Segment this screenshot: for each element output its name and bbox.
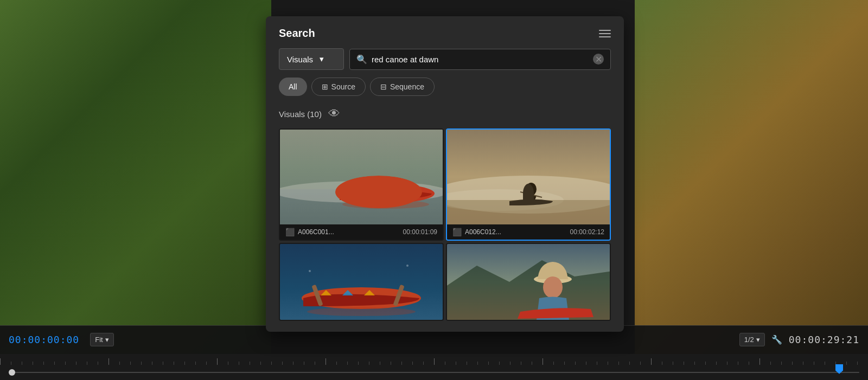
panel-header: Search: [279, 27, 611, 40]
bottom-bar: 00:00:00:00 Fit ▾ 1/2 ▾ 🔧 00:00:29:21 //…: [0, 325, 868, 380]
background-left: [0, 0, 271, 380]
source-icon: ⊞: [322, 82, 328, 91]
tick-mark: [705, 362, 716, 365]
thumbnail-footer: ⬛ A006C001... 00:00:01:09: [280, 224, 443, 240]
tick-mark: [770, 362, 781, 365]
thumbnail-item[interactable]: [446, 243, 611, 321]
tick-mark: [33, 362, 43, 365]
filter-all-button[interactable]: All: [279, 78, 307, 96]
tick-mark: [423, 362, 434, 365]
tick-mark: [716, 362, 727, 365]
tick-mark: [662, 362, 673, 365]
tick-mark: [11, 362, 22, 365]
tick-mark: [445, 362, 456, 365]
tick-mark: [542, 358, 553, 365]
tick-mark: [239, 362, 250, 365]
fit-dropdown[interactable]: Fit ▾: [90, 333, 113, 346]
tick-mark: [564, 362, 575, 365]
timecode-left: 00:00:00:00: [9, 334, 79, 345]
right-controls: 1/2 ▾ 🔧 00:00:29:21: [739, 333, 859, 346]
visibility-toggle-icon[interactable]: 👁: [328, 107, 340, 121]
background-right: [635, 0, 868, 380]
svg-point-17: [406, 265, 409, 267]
tick-mark: [358, 362, 369, 365]
tick-mark: [369, 362, 380, 365]
timeline-playhead-left[interactable]: [9, 369, 15, 376]
tick-mark: [401, 362, 412, 365]
clear-search-button[interactable]: ✕: [593, 54, 604, 65]
fit-chevron-icon: ▾: [105, 336, 109, 344]
tick-mark: [174, 362, 184, 365]
search-input[interactable]: [372, 49, 589, 69]
tick-mark: [228, 362, 239, 365]
tick-mark: [434, 358, 445, 365]
search-row: Visuals ▾ 🔍 ✕: [279, 48, 611, 70]
tick-mark: [217, 358, 228, 365]
tick-mark: [608, 362, 618, 365]
page-chevron-icon: ▾: [756, 336, 760, 344]
tick-mark: [87, 362, 98, 365]
tick-mark: [814, 362, 825, 365]
tick-mark: [0, 358, 11, 365]
timecode-right: 00:00:29:21: [789, 334, 859, 345]
thumbnail-item[interactable]: [279, 243, 444, 321]
thumbnail-image: [280, 130, 443, 224]
svg-point-20: [543, 276, 563, 298]
filter-row: All ⊞ Source ⊟ Sequence: [279, 78, 611, 96]
tick-mark: [98, 362, 108, 365]
search-panel: Search Visuals ▾ 🔍 ✕ All ⊞ Source ⊟ Sequ…: [266, 16, 624, 332]
filter-source-button[interactable]: ⊞ Source: [311, 78, 366, 96]
thumbnail-item-selected[interactable]: ⬛ A006C012... 00:00:02:12: [446, 128, 611, 241]
tick-mark: [477, 362, 488, 365]
tick-mark: [738, 362, 749, 365]
tick-mark: [347, 362, 358, 365]
timeline-bar: // Render tick marks (function() { const…: [0, 354, 868, 380]
thumbnail-image: [280, 244, 443, 320]
filter-source-label: Source: [331, 82, 355, 91]
thumbnail-duration: 00:00:01:09: [403, 228, 437, 236]
tick-mark: [163, 362, 174, 365]
tick-mark: [304, 362, 315, 365]
tick-mark: [846, 362, 857, 365]
thumbnail-image: [447, 244, 610, 320]
tick-mark: [727, 362, 738, 365]
tick-mark: [22, 362, 33, 365]
thumbnail-item[interactable]: ⬛ A006C001... 00:00:01:09: [279, 128, 444, 241]
tick-mark: [553, 362, 564, 365]
thumbnail-name: ⬛ A006C001...: [285, 228, 334, 236]
timeline-track[interactable]: [9, 372, 859, 373]
page-indicator-dropdown[interactable]: 1/2 ▾: [739, 333, 765, 346]
results-count: Visuals (10): [279, 110, 322, 119]
timeline-playhead-right[interactable]: [835, 364, 843, 374]
tick-mark: [108, 358, 119, 365]
svg-point-16: [309, 270, 311, 272]
filter-all-label: All: [289, 82, 297, 91]
thumbnail-name: ⬛ A006C012...: [452, 228, 501, 236]
settings-wrench-icon[interactable]: 🔧: [771, 334, 782, 345]
tick-mark: [825, 362, 835, 365]
tick-mark: [412, 362, 423, 365]
page-indicator-label: 1/2: [744, 336, 754, 344]
tick-mark: [282, 362, 293, 365]
film-icon: ⬛: [452, 228, 462, 236]
tick-mark: [141, 362, 152, 365]
tick-mark: [575, 362, 586, 365]
tick-mark: [152, 362, 163, 365]
hamburger-menu-icon[interactable]: [599, 30, 611, 37]
tick-mark: [749, 362, 760, 365]
tick-mark: [43, 362, 54, 365]
results-header: Visuals (10) 👁: [279, 107, 611, 121]
tick-mark: [510, 362, 521, 365]
visuals-dropdown[interactable]: Visuals ▾: [279, 48, 344, 70]
sequence-icon: ⊟: [380, 82, 387, 91]
tick-mark: [315, 362, 326, 365]
tick-mark: [65, 362, 76, 365]
filter-sequence-button[interactable]: ⊟ Sequence: [370, 78, 435, 96]
left-controls: 00:00:00:00 Fit ▾: [9, 333, 114, 346]
visuals-dropdown-label: Visuals: [287, 55, 313, 64]
tick-mark: [76, 362, 87, 365]
tick-mark: [184, 362, 195, 365]
tick-mark: [195, 362, 206, 365]
filter-sequence-label: Sequence: [390, 82, 424, 91]
tick-mark: [781, 362, 792, 365]
